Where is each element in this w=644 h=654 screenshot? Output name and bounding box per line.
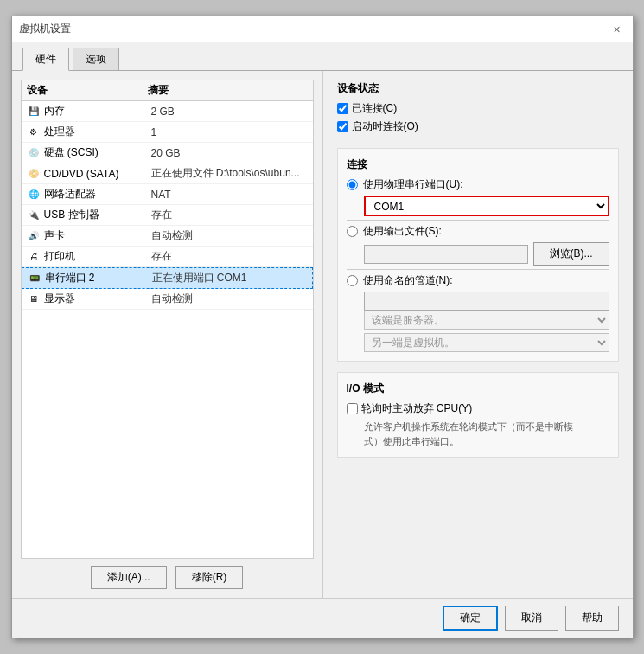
device-name: 内存 (44, 104, 151, 119)
named-pipe-input[interactable] (364, 292, 609, 311)
device-table: 设备 摘要 💾 内存 2 GB ⚙ 处理器 1 💿 硬盘 (SCSI) 20 G… (21, 80, 314, 559)
table-row[interactable]: ⚙ 处理器 1 (22, 122, 313, 143)
auto-connect-checkbox[interactable] (337, 121, 348, 132)
tab-hardware[interactable]: 硬件 (22, 48, 69, 71)
table-row[interactable]: 📀 CD/DVD (SATA) 正在使用文件 D:\tools\os\ubun.… (22, 164, 313, 184)
poll-cpu-checkbox[interactable] (347, 403, 358, 414)
use-physical-radio[interactable] (347, 179, 358, 190)
main-content: 设备 摘要 💾 内存 2 GB ⚙ 处理器 1 💿 硬盘 (SCSI) 20 G… (12, 71, 633, 598)
col-device-header: 设备 (27, 83, 148, 98)
io-title: I/O 模式 (347, 382, 609, 396)
table-header: 设备 摘要 (22, 80, 313, 101)
table-row[interactable]: 🔊 声卡 自动检测 (22, 226, 313, 247)
device-name: CD/DVD (SATA) (44, 168, 151, 180)
device-name: 显示器 (44, 292, 151, 306)
device-icon: ⚙ (27, 125, 41, 139)
device-icon: 🔌 (27, 208, 41, 222)
use-output-row: 使用输出文件(S): (347, 224, 609, 239)
close-button[interactable]: × (609, 21, 626, 38)
remove-button[interactable]: 移除(R) (175, 566, 244, 589)
use-named-row: 使用命名的管道(N): (347, 273, 609, 288)
device-status-section: 设备状态 已连接(C) 启动时连接(O) (337, 81, 619, 138)
device-summary: 自动检测 (151, 292, 308, 306)
device-name: 网络适配器 (44, 187, 151, 202)
device-icon: 💾 (27, 105, 41, 119)
table-row[interactable]: 🖨 打印机 存在 (22, 247, 313, 267)
device-icon: 📟 (28, 272, 41, 285)
cancel-button[interactable]: 取消 (505, 606, 558, 631)
device-icon: 📀 (27, 167, 41, 181)
device-summary: 正在使用端口 COM1 (152, 271, 307, 285)
device-icon: 🌐 (27, 188, 41, 202)
auto-connect-row: 启动时连接(O) (337, 119, 619, 134)
table-row[interactable]: 🖥 显示器 自动检测 (22, 289, 313, 310)
device-icon: 🖨 (27, 250, 41, 264)
output-file-row: 浏览(B)... (364, 242, 609, 266)
connected-row: 已连接(C) (337, 101, 619, 116)
title-bar: 虚拟机设置 × (12, 16, 633, 42)
right-panel: 设备状态 已连接(C) 启动时连接(O) 连接 使用物理串行端口(U): (323, 71, 633, 598)
dialog-title: 虚拟机设置 (19, 22, 71, 36)
device-rows-container: 💾 内存 2 GB ⚙ 处理器 1 💿 硬盘 (SCSI) 20 GB 📀 CD… (22, 101, 313, 310)
table-row[interactable]: 💾 内存 2 GB (22, 101, 313, 122)
device-icon: 🖥 (27, 292, 41, 306)
device-summary: 存在 (151, 249, 308, 264)
device-name: 串行端口 2 (45, 271, 152, 285)
server-end-select[interactable]: 该端是服务器。 (364, 311, 609, 330)
help-button[interactable]: 帮助 (565, 606, 619, 631)
bottom-bar: 确定 取消 帮助 (12, 598, 633, 638)
com-dropdown-wrapper: COM1 COM2 COM3 COM4 (364, 196, 609, 216)
named-pipe-input-row (364, 292, 609, 311)
poll-cpu-row: 轮询时主动放弃 CPU(Y) (347, 401, 609, 416)
device-name: USB 控制器 (44, 208, 151, 222)
connected-checkbox[interactable] (337, 103, 348, 114)
device-summary: 自动检测 (151, 228, 308, 243)
tab-options[interactable]: 选项 (73, 48, 119, 70)
table-row[interactable]: 💿 硬盘 (SCSI) 20 GB (22, 143, 313, 164)
left-panel: 设备 摘要 💾 内存 2 GB ⚙ 处理器 1 💿 硬盘 (SCSI) 20 G… (12, 71, 323, 598)
use-physical-label: 使用物理串行端口(U): (363, 177, 463, 192)
virtual-machine-settings-dialog: 虚拟机设置 × 硬件 选项 设备 摘要 💾 内存 2 GB ⚙ 处理器 1 💿 … (11, 16, 634, 638)
ok-button[interactable]: 确定 (443, 606, 498, 631)
connection-title: 连接 (347, 157, 609, 172)
poll-cpu-label: 轮询时主动放弃 CPU(Y) (361, 401, 473, 416)
device-name: 处理器 (44, 125, 151, 139)
device-summary: NAT (151, 189, 308, 201)
device-summary: 20 GB (151, 147, 308, 159)
device-icon: 🔊 (27, 229, 41, 243)
table-row[interactable]: 🔌 USB 控制器 存在 (22, 205, 313, 226)
pipe-section: 该端是服务器。 另一端是虚拟机。 (364, 311, 609, 352)
output-file-input[interactable] (364, 245, 528, 264)
io-description: 允许客户机操作系统在轮询模式下（而不是中断模 式）使用此串行端口。 (364, 420, 609, 448)
com-port-select[interactable]: COM1 COM2 COM3 COM4 (364, 196, 609, 216)
device-summary: 2 GB (151, 106, 308, 118)
col-summary-header: 摘要 (148, 83, 308, 98)
device-status-title: 设备状态 (337, 81, 619, 96)
device-name: 硬盘 (SCSI) (44, 145, 151, 160)
left-buttons: 添加(A)... 移除(R) (21, 559, 314, 589)
use-named-label: 使用命名的管道(N): (363, 273, 453, 288)
device-name: 声卡 (44, 228, 151, 243)
connection-section: 连接 使用物理串行端口(U): COM1 COM2 COM3 COM4 (337, 148, 619, 362)
tabs-bar: 硬件 选项 (12, 42, 633, 71)
use-physical-row: 使用物理串行端口(U): (347, 177, 609, 192)
connected-label: 已连接(C) (352, 101, 398, 116)
add-button[interactable]: 添加(A)... (91, 566, 167, 589)
use-output-radio[interactable] (347, 226, 358, 237)
auto-connect-label: 启动时连接(O) (352, 119, 418, 134)
device-name: 打印机 (44, 249, 151, 264)
use-output-label: 使用输出文件(S): (363, 224, 442, 239)
other-end-select[interactable]: 另一端是虚拟机。 (364, 333, 609, 352)
table-row[interactable]: 🌐 网络适配器 NAT (22, 184, 313, 205)
device-summary: 存在 (151, 208, 308, 222)
browse-button[interactable]: 浏览(B)... (533, 242, 609, 266)
io-section: I/O 模式 轮询时主动放弃 CPU(Y) 允许客户机操作系统在轮询模式下（而不… (337, 372, 619, 458)
device-icon: 💿 (27, 146, 41, 160)
device-summary: 1 (151, 126, 308, 138)
use-named-radio[interactable] (347, 275, 358, 286)
table-row[interactable]: 📟 串行端口 2 正在使用端口 COM1 (22, 267, 313, 289)
device-summary: 正在使用文件 D:\tools\os\ubun... (151, 166, 308, 181)
